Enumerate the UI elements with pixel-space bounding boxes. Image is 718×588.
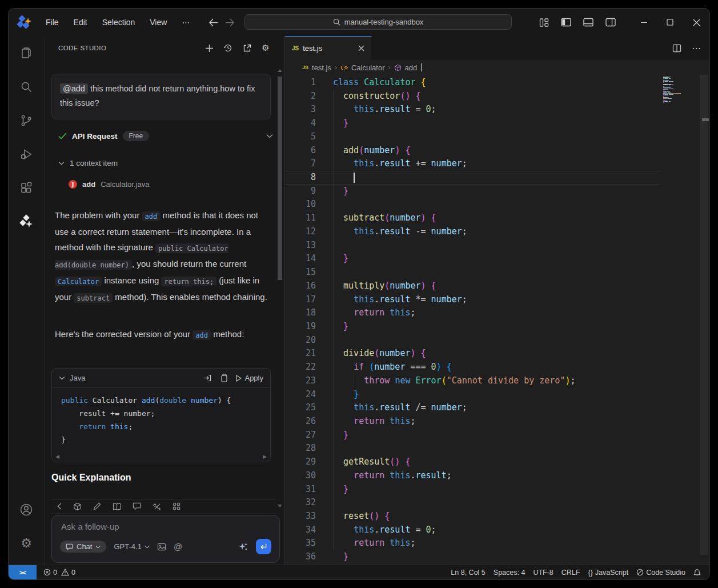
language-mode-status[interactable]: {} JavaScript bbox=[584, 565, 632, 579]
context-items-toggle[interactable]: 1 context item bbox=[58, 159, 118, 167]
explorer-icon[interactable] bbox=[9, 36, 44, 70]
snippet-code[interactable]: public Calculator add(double number) { r… bbox=[52, 388, 270, 452]
code-line[interactable]: 16 multiply(number) { bbox=[285, 279, 709, 293]
run-debug-icon[interactable] bbox=[9, 137, 44, 171]
api-request-row[interactable]: API Request Free bbox=[58, 129, 273, 143]
source-control-icon[interactable] bbox=[9, 103, 44, 137]
cursor-position-status[interactable]: Ln 8, Col 5 bbox=[447, 565, 489, 579]
menu-more-icon[interactable]: ⋯ bbox=[175, 15, 196, 29]
code-line[interactable]: 10 bbox=[285, 198, 709, 211]
code-line[interactable]: 35 return this; bbox=[285, 537, 709, 550]
code-line[interactable]: 13 bbox=[285, 239, 709, 253]
code-line[interactable]: 2 constructor() { bbox=[285, 90, 709, 103]
scroll-up-icon[interactable] bbox=[278, 69, 282, 72]
customize-layout-icon[interactable] bbox=[539, 18, 549, 27]
sparkles-icon[interactable] bbox=[238, 542, 248, 552]
accounts-icon[interactable] bbox=[9, 493, 44, 526]
code-line[interactable]: 34 this.result = 0; bbox=[285, 523, 709, 537]
inline-code-chip[interactable]: add bbox=[142, 211, 161, 221]
snippet-hscrollbar[interactable]: ◀▶ bbox=[55, 454, 267, 459]
editor-more-actions-icon[interactable]: ⋯ bbox=[692, 43, 701, 54]
toggle-panel-icon[interactable] bbox=[583, 18, 593, 27]
attach-image-icon[interactable] bbox=[157, 543, 166, 551]
code-line[interactable]: 6 add(number) { bbox=[285, 144, 709, 158]
copy-icon[interactable] bbox=[220, 374, 228, 382]
close-window-button[interactable] bbox=[683, 9, 709, 36]
menu-file[interactable]: File bbox=[39, 15, 65, 29]
split-editor-icon[interactable] bbox=[672, 44, 681, 53]
code-line[interactable]: 22 if (number === 0) { bbox=[285, 361, 709, 374]
scroll-left-icon[interactable]: ◀ bbox=[55, 454, 59, 459]
docs-book-icon[interactable] bbox=[113, 503, 121, 510]
code-line[interactable]: 1class Calculator { bbox=[285, 76, 709, 90]
code-line[interactable]: 28 bbox=[285, 442, 709, 455]
scrollbar-thumb[interactable] bbox=[278, 77, 282, 280]
scroll-down-icon[interactable] bbox=[278, 505, 282, 507]
extensions-icon[interactable] bbox=[9, 171, 44, 205]
apps-grid-icon[interactable] bbox=[173, 502, 180, 510]
inline-code-chip[interactable]: subtract bbox=[74, 293, 113, 303]
collapse-chevron-icon[interactable] bbox=[266, 134, 273, 138]
minimize-button[interactable] bbox=[631, 9, 657, 36]
problems-status[interactable]: 0 0 bbox=[40, 569, 79, 577]
formatter-status[interactable]: Code Studio bbox=[632, 565, 689, 579]
comment-icon[interactable] bbox=[133, 502, 141, 510]
menu-edit[interactable]: Edit bbox=[67, 15, 94, 29]
model-selector[interactable]: GPT-4.1 bbox=[114, 542, 149, 551]
code-line[interactable]: 30 return this.result; bbox=[285, 469, 709, 483]
menu-view[interactable]: View bbox=[143, 15, 173, 29]
user-message-bubble[interactable]: @add this method did not return anything… bbox=[51, 74, 271, 119]
close-tab-icon[interactable] bbox=[358, 45, 364, 51]
edit-pencil-icon[interactable] bbox=[93, 502, 101, 510]
panel-settings-gear-icon[interactable]: ⚙ bbox=[260, 43, 271, 53]
toggle-secondary-sidebar-icon[interactable] bbox=[605, 18, 616, 27]
code-line[interactable]: 15 bbox=[285, 266, 709, 279]
nav-back-icon[interactable] bbox=[208, 18, 218, 27]
code-line[interactable]: 20 bbox=[285, 334, 709, 347]
tools-icon[interactable] bbox=[153, 502, 161, 511]
code-studio-icon[interactable] bbox=[9, 205, 44, 238]
scroll-right-icon[interactable]: ▶ bbox=[263, 454, 267, 459]
code-line[interactable]: 14 } bbox=[285, 252, 709, 266]
code-line[interactable]: 17 this.result *= number; bbox=[285, 293, 709, 307]
context-item[interactable]: J add Calculator.java bbox=[69, 180, 149, 189]
code-line[interactable]: 23 throw new Error("Cannot divide by zer… bbox=[285, 374, 709, 388]
breadcrumb-class[interactable]: Calculator bbox=[351, 63, 385, 72]
minimap[interactable] bbox=[663, 77, 687, 103]
mention-at-icon[interactable]: @ bbox=[174, 542, 182, 551]
maximize-button[interactable] bbox=[657, 9, 683, 36]
code-line[interactable]: 27 } bbox=[285, 429, 709, 442]
inline-code-chip[interactable]: add bbox=[192, 330, 211, 340]
notifications-bell-icon[interactable] bbox=[689, 565, 705, 579]
insert-at-cursor-icon[interactable] bbox=[203, 374, 212, 382]
code-line[interactable]: 18 return this; bbox=[285, 306, 709, 320]
open-external-icon[interactable] bbox=[242, 43, 252, 53]
editor-scrollbar[interactable] bbox=[700, 75, 708, 565]
code-editor[interactable]: 1class Calculator {2 constructor() {3 th… bbox=[285, 75, 709, 565]
code-line[interactable]: 26 return this; bbox=[285, 415, 709, 429]
code-line[interactable]: 7 this.result += number; bbox=[285, 157, 709, 171]
code-line[interactable]: 32 bbox=[285, 496, 709, 510]
snippet-collapse-icon[interactable] bbox=[59, 376, 65, 380]
back-chevron-icon[interactable] bbox=[57, 503, 62, 510]
send-button[interactable] bbox=[256, 539, 271, 554]
new-chat-icon[interactable] bbox=[204, 43, 214, 53]
remote-indicator[interactable]: >< bbox=[9, 565, 37, 579]
indentation-status[interactable]: Spaces: 4 bbox=[490, 565, 530, 579]
code-line[interactable]: 33 reset() { bbox=[285, 510, 709, 523]
apply-button[interactable]: Apply bbox=[236, 374, 263, 382]
code-line[interactable]: 11 subtract(number) { bbox=[285, 211, 709, 225]
code-line[interactable]: 12 this.result -= number; bbox=[285, 225, 709, 239]
code-line[interactable]: 24 } bbox=[285, 388, 709, 402]
code-line[interactable]: 21 divide(number) { bbox=[285, 347, 709, 361]
encoding-status[interactable]: UTF-8 bbox=[529, 565, 557, 579]
inline-code-chip[interactable]: return this; bbox=[161, 277, 216, 286]
followup-input[interactable] bbox=[60, 521, 274, 532]
command-center-search[interactable]: manual-testing-sandbox bbox=[244, 14, 512, 30]
code-line[interactable]: 31 } bbox=[285, 483, 709, 497]
code-line[interactable]: 4 } bbox=[285, 117, 709, 130]
mention-chip[interactable]: @add bbox=[60, 83, 88, 94]
settings-gear-icon[interactable]: ⚙ bbox=[9, 526, 44, 560]
inline-code-chip[interactable]: Calculator bbox=[55, 277, 102, 286]
code-line[interactable]: 5 bbox=[285, 130, 709, 144]
